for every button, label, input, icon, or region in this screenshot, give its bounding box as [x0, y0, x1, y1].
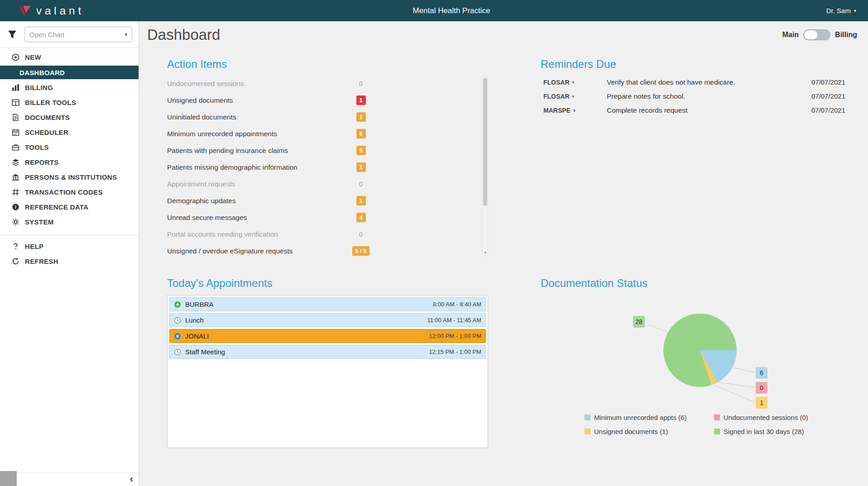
app-window: valant Mental Health Practice Dr. Sam ▾ …	[0, 0, 868, 486]
patient-code-dropdown[interactable]: MARSPE▾	[541, 107, 607, 114]
valant-logo[interactable]: valant	[18, 5, 84, 17]
practice-title: Mental Health Practice	[412, 6, 490, 15]
documentation-status-title: Documentation Status	[541, 277, 853, 290]
clock-icon	[174, 348, 181, 356]
briefcase-icon	[12, 143, 20, 152]
sidebar-item-label: TOOLS	[25, 143, 49, 151]
user-menu[interactable]: Dr. Sam ▾	[826, 7, 856, 14]
chevron-left-icon: ‹	[130, 473, 133, 485]
appointment-name: JONALI	[185, 332, 209, 340]
sidebar-item-system[interactable]: SYSTEM	[0, 214, 139, 229]
action-item-row[interactable]: Unread secure messages4	[167, 209, 480, 226]
action-item-count: 5 / 5	[352, 246, 370, 256]
patient-code-dropdown[interactable]: FLOSAR▾	[541, 79, 607, 86]
action-item-count: 4	[352, 213, 370, 222]
main-billing-toggle[interactable]	[803, 29, 830, 40]
sidebar-item-reports[interactable]: REPORTS	[0, 155, 139, 170]
pie-callout: 1	[756, 397, 767, 409]
action-items-title: Action Items	[167, 58, 493, 71]
action-item-label: Patients with pending insurance claims	[167, 147, 288, 155]
appointment-row[interactable]: BURBRA8:00 AM - 8:40 AM	[169, 297, 486, 311]
action-item-row[interactable]: Unsigned / overdue eSignature requests5 …	[167, 243, 480, 259]
appointment-row[interactable]: Staff Meeting12:15 PM - 1:00 PM	[169, 345, 486, 359]
legend-color-swatch	[585, 415, 590, 420]
toggle-label-main: Main	[782, 31, 799, 39]
doc-status-legend: Minimum unrecorded appts (6)Undocumented…	[585, 414, 808, 435]
open-chart-combobox[interactable]: Open Chart ▾	[24, 27, 132, 42]
patient-code-dropdown[interactable]: FLOSAR▾	[541, 93, 607, 100]
legend-item: Signed in last 30 days (28)	[714, 428, 808, 435]
info-icon	[12, 203, 20, 211]
sidebar-item-label: NEW	[25, 53, 41, 61]
document-icon	[12, 114, 20, 122]
appointments-panel: BURBRA8:00 AM - 8:40 AMLunch11:00 AM - 1…	[167, 295, 488, 448]
sidebar-item-help[interactable]: HELP	[0, 239, 139, 254]
layers-icon	[12, 158, 20, 167]
page-title: Dashboard	[147, 26, 220, 43]
action-item-count: 6	[352, 129, 370, 138]
bar-chart-icon	[12, 84, 20, 92]
sidebar-collapse[interactable]: ‹	[0, 472, 139, 486]
action-item-row[interactable]: Undocumented sessions0	[167, 75, 480, 92]
action-item-row[interactable]: Appointment requests0	[167, 176, 480, 192]
action-item-label: Appointment requests	[167, 180, 235, 188]
appointment-row[interactable]: Lunch11:00 AM - 11:45 AM	[169, 313, 486, 327]
action-item-row[interactable]: Demographic updates1	[167, 192, 480, 209]
legend-label: Undocumented sessions (0)	[724, 414, 808, 421]
toggle-knob	[804, 30, 818, 39]
sidebar-item-label: REFRESH	[25, 257, 58, 265]
action-item-row[interactable]: Uninitialed documents1	[167, 109, 480, 125]
open-chart-placeholder: Open Chart	[29, 31, 125, 38]
documentation-status-section: Documentation Status 28 6 0 1 Minimum un…	[541, 277, 853, 458]
reminder-date: 07/07/2021	[811, 78, 845, 86]
reminder-row[interactable]: FLOSAR▾Prepare notes for school.07/07/20…	[541, 89, 845, 103]
documentation-pie	[663, 314, 737, 387]
sidebar-item-transaction-codes[interactable]: TRANSACTION CODES	[0, 185, 139, 200]
sidebar-item-persons-institutions[interactable]: PERSONS & INSTITUTIONS	[0, 170, 139, 185]
sidebar-item-reference-data[interactable]: REFERENCE DATA	[0, 200, 139, 214]
action-item-count: 0	[352, 230, 370, 238]
sidebar-item-new[interactable]: NEW	[0, 50, 139, 65]
sidebar-item-label: TRANSACTION CODES	[25, 188, 103, 196]
action-item-count: 1	[352, 196, 370, 205]
sidebar-item-dashboard[interactable]: DASHBOARD	[0, 66, 139, 79]
action-item-label: Patients missing demographic information	[167, 163, 297, 172]
action-item-count: 1	[352, 112, 370, 122]
chevron-down-icon: ▾	[125, 32, 127, 38]
chevron-down-icon: ▾	[572, 80, 575, 85]
reminder-row[interactable]: FLOSAR▾Verify that client does not have …	[541, 75, 845, 89]
count-badge: 1	[356, 196, 366, 205]
legend-color-swatch	[714, 415, 720, 420]
sidebar-item-label: PERSONS & INSTITUTIONS	[25, 173, 117, 181]
filter-button[interactable]	[7, 29, 19, 40]
sidebar-item-refresh[interactable]: REFRESH	[0, 254, 139, 269]
chart-search-row: Open Chart ▾	[0, 21, 139, 48]
sidebar-item-label: REFERENCE DATA	[25, 203, 88, 211]
action-item-label: Portal accounts needing verification	[167, 230, 278, 238]
scrollbar-down-arrow-icon[interactable]: ▼	[484, 251, 487, 255]
chevron-down-icon: ▾	[854, 8, 856, 13]
appointment-row[interactable]: JONALI12:00 PM - 1:00 PM	[169, 329, 486, 343]
sidebar-item-documents[interactable]: DOCUMENTS	[0, 110, 139, 125]
scrollbar-thumb[interactable]	[483, 78, 487, 206]
action-item-row[interactable]: Patients with pending insurance claims5	[167, 142, 480, 159]
hash-icon	[12, 188, 20, 196]
sidebar-item-billing[interactable]: BILLING	[0, 80, 139, 95]
sidebar-item-tools[interactable]: TOOLS	[0, 140, 139, 155]
reminder-row[interactable]: MARSPE▾Complete records request07/07/202…	[541, 103, 845, 117]
action-item-row[interactable]: Minimum unrecorded appointments6	[167, 125, 480, 142]
action-item-row[interactable]: Portal accounts needing verification0	[167, 226, 480, 243]
action-item-row[interactable]: Unsigned documents1	[167, 92, 480, 109]
legend-item: Minimum unrecorded appts (6)	[585, 414, 714, 421]
reminders-title: Reminders Due	[541, 58, 845, 71]
action-item-row[interactable]: Patients missing demographic information…	[167, 159, 480, 176]
action-items-scrollbar[interactable]: ▼	[482, 76, 488, 256]
sidebar-item-scheduler[interactable]: SCHEDULER	[0, 125, 139, 140]
calendar-icon	[12, 129, 20, 137]
brand-name: valant	[36, 5, 84, 17]
toggle-label-billing: Billing	[835, 31, 857, 39]
sidebar-item-biller-tools[interactable]: BILLER TOOLS	[0, 95, 139, 110]
appointments-title: Today's Appointments	[167, 277, 489, 290]
funnel-icon	[7, 29, 17, 39]
sidebar-item-label: SYSTEM	[25, 218, 53, 226]
